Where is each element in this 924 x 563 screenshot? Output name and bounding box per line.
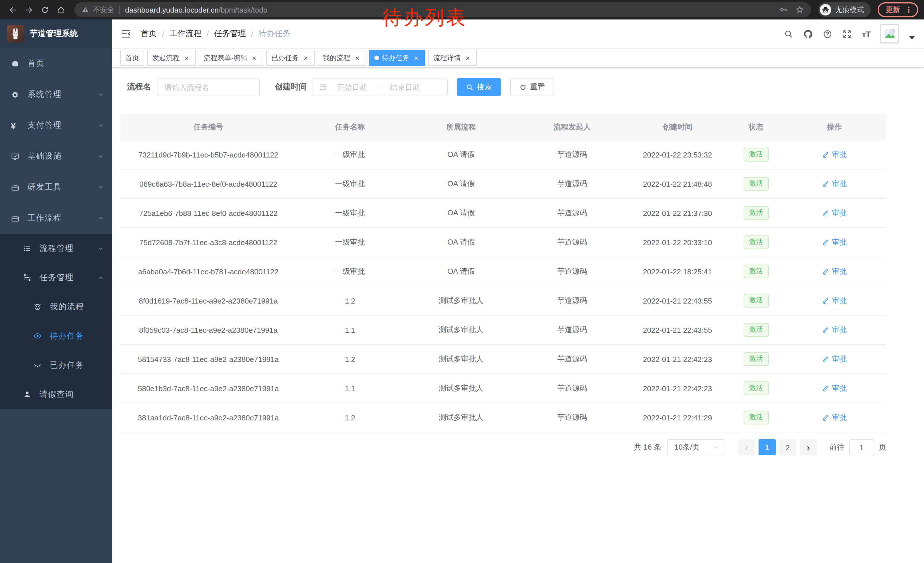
approve-link[interactable]: 审批 [822, 296, 847, 306]
process-cell: 测试多审批人 [404, 286, 518, 315]
goto-page-input[interactable] [849, 439, 874, 455]
browser-forward-icon[interactable] [22, 3, 36, 17]
password-key-icon[interactable] [779, 5, 788, 14]
tab-待办任务[interactable]: 待办任务 × [369, 50, 425, 66]
task-table: 任务编号任务名称所属流程流程发起人创建时间状态操作 73211d9d-7b9b-… [120, 114, 886, 432]
eye-icon [33, 332, 42, 340]
browser-menu-icon[interactable]: ⋮ [904, 6, 912, 14]
task-id-cell: 58154733-7ac8-11ec-a9e2-a2380e71991a [120, 344, 296, 374]
edit-pen-icon [822, 180, 830, 188]
close-icon[interactable]: × [250, 54, 258, 62]
sidebar-item-待办任务[interactable]: 待办任务 [0, 321, 112, 350]
approve-link[interactable]: 审批 [822, 237, 847, 248]
avatar[interactable] [880, 24, 899, 44]
tab-发起流程[interactable]: 发起流程 × [147, 50, 196, 66]
reset-button[interactable]: 重置 [510, 78, 554, 96]
approve-link[interactable]: 审批 [822, 383, 847, 393]
tab-我的流程[interactable]: 我的流程 × [318, 50, 366, 66]
create-time-cell: 2022-01-22 18:25:41 [626, 257, 729, 286]
browser-home-icon[interactable] [54, 3, 68, 17]
screen: 不安全 dashboard.yudao.iocoder.cn/bpm/task/… [0, 0, 924, 563]
sidebar-item-系统管理[interactable]: 系统管理 [0, 79, 112, 110]
sidebar-item-基础设施[interactable]: 基础设施 [0, 141, 112, 172]
process-cell: 测试多审批人 [404, 374, 518, 403]
approve-link[interactable]: 审批 [822, 354, 847, 364]
close-icon[interactable]: × [464, 54, 472, 62]
starter-cell: 芋道源码 [518, 286, 626, 315]
github-icon[interactable] [804, 29, 813, 39]
close-icon[interactable]: × [353, 54, 361, 62]
approve-link[interactable]: 审批 [822, 412, 847, 423]
gear-icon [11, 90, 20, 99]
start-date-input[interactable] [329, 82, 375, 92]
close-icon[interactable]: × [302, 54, 310, 62]
bookmark-star-icon[interactable] [795, 5, 804, 14]
edit-pen-icon [822, 297, 830, 305]
task-id-cell: a6aba0a4-7b6d-11ec-b781-acde48001122 [120, 257, 296, 286]
action-cell: 审批 [783, 169, 886, 198]
page-unit-label: 页 [879, 442, 886, 452]
table-body: 73211d9d-7b9b-11ec-b5b7-acde48001122 一级审… [120, 140, 886, 432]
page-size-select[interactable]: 10条/页 [667, 439, 724, 455]
breadcrumb-task-mgmt[interactable]: 任务管理 [214, 29, 246, 39]
task-id-cell: 725a1eb6-7b88-11ec-8ef0-acde48001122 [120, 198, 296, 228]
tab-流程详情[interactable]: 流程详情 × [428, 50, 477, 66]
edit-pen-icon [822, 268, 830, 275]
approve-link[interactable]: 审批 [822, 266, 847, 277]
approve-link[interactable]: 审批 [822, 325, 847, 335]
tab-已办任务[interactable]: 已办任务 × [266, 50, 315, 66]
approve-link[interactable]: 审批 [822, 150, 847, 160]
tab-流程表单-编辑[interactable]: 流程表单-编辑 × [199, 50, 263, 66]
approve-link[interactable]: 审批 [822, 208, 847, 218]
action-cell: 审批 [783, 257, 886, 286]
search-button[interactable]: 搜索 [457, 78, 501, 96]
table-row: 381aa1dd-7ac8-11ec-a9e2-a2380e71991a 1.2… [120, 403, 886, 432]
sidebar-item-流程管理[interactable]: 流程管理 [0, 234, 112, 263]
browser-back-icon[interactable] [6, 3, 20, 17]
page-button-2[interactable]: 2 [779, 439, 796, 455]
sidebar-item-已办任务[interactable]: 已办任务 [0, 350, 112, 380]
sidebar-item-任务管理[interactable]: 任务管理 [0, 263, 112, 292]
sidebar-collapse-icon[interactable] [120, 28, 132, 39]
create-time-cell: 2022-01-22 20:33:10 [626, 228, 729, 257]
next-page-button[interactable]: › [800, 439, 817, 455]
date-range-picker[interactable]: - [313, 78, 448, 96]
app-logo[interactable]: 芋道管理系统 [0, 20, 112, 48]
page-button-1[interactable]: 1 [759, 439, 776, 455]
task-name-cell: 1.2 [296, 403, 404, 432]
search-icon[interactable] [784, 29, 794, 39]
breadcrumb-workflow[interactable]: 工作流程 [170, 29, 201, 39]
prev-page-button[interactable]: ‹ [738, 439, 755, 455]
breadcrumb-home[interactable]: 首页 [141, 29, 157, 39]
starter-cell: 芋道源码 [518, 374, 626, 403]
sidebar-item-首页[interactable]: 首页 [0, 48, 112, 79]
approve-link[interactable]: 审批 [822, 179, 847, 189]
sidebar-item-请假查询[interactable]: 请假查询 [0, 380, 112, 409]
process-cell: 测试多审批人 [404, 315, 518, 344]
process-cell: OA 请假 [404, 257, 518, 286]
starter-cell: 芋道源码 [518, 315, 626, 344]
close-icon[interactable]: × [412, 54, 420, 62]
process-name-input[interactable] [157, 78, 260, 96]
browser-reload-icon[interactable] [38, 3, 51, 17]
fullscreen-icon[interactable] [842, 29, 852, 39]
sidebar-item-研发工具[interactable]: 研发工具 [0, 172, 112, 203]
column-header: 任务编号 [120, 114, 296, 140]
sidebar-item-支付管理[interactable]: ¥ 支付管理 [0, 110, 112, 141]
end-date-input[interactable] [382, 82, 428, 92]
address-bar[interactable]: 不安全 dashboard.yudao.iocoder.cn/bpm/task/… [74, 2, 811, 17]
create-time-cell: 2022-01-21 22:41:29 [626, 403, 729, 432]
font-size-icon[interactable]: тT [862, 29, 870, 39]
tab-首页[interactable]: 首页 [120, 50, 144, 66]
help-icon[interactable] [823, 29, 833, 39]
sidebar-item-工作流程[interactable]: 工作流程 [0, 203, 112, 234]
chevron-down-icon [98, 91, 104, 98]
browser-update-button[interactable]: 更新 ⋮ [878, 2, 918, 17]
avatar-menu-caret-icon[interactable] [909, 36, 915, 39]
task-name-cell: 一级审批 [296, 198, 404, 228]
incognito-badge: 无痕模式 [818, 2, 871, 17]
create-time-cell: 2022-01-21 22:43:55 [626, 286, 729, 315]
column-header: 所属流程 [404, 114, 518, 140]
sidebar-item-我的流程[interactable]: 我的流程 [0, 292, 112, 321]
close-icon[interactable]: × [183, 54, 190, 62]
